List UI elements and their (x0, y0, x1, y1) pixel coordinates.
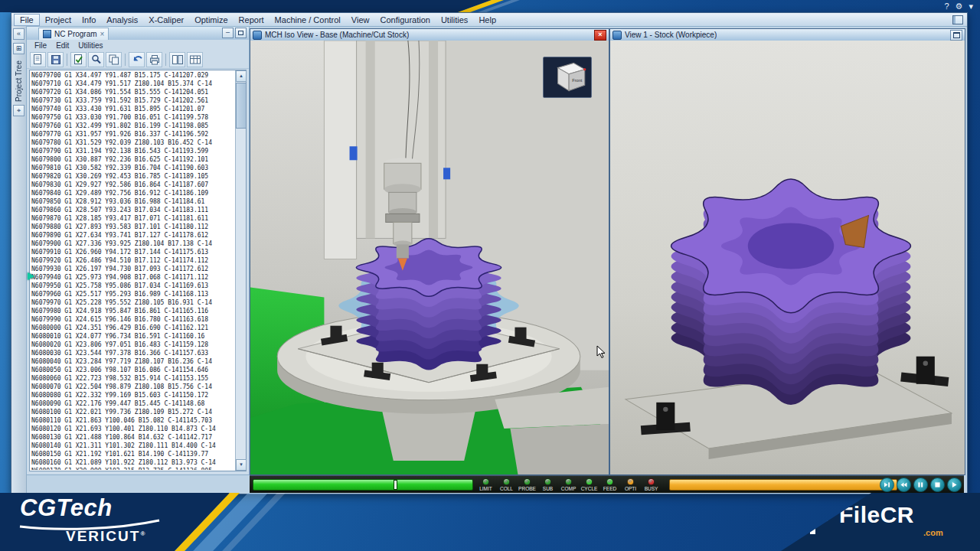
nc-line[interactable]: N6079840 G1 X29.489 Y92.756 B16.912 C-14… (31, 189, 235, 197)
nc-line[interactable]: N6079850 G1 X28.912 Y93.036 B16.988 C-14… (31, 197, 235, 206)
nc-line[interactable]: N6079700 G1 X34.497 Y91.487 B15.175 C-14… (31, 71, 235, 80)
step-button[interactable] (880, 478, 894, 492)
open-icon[interactable] (30, 52, 46, 67)
menu-view[interactable]: View (346, 15, 375, 25)
tree-icon[interactable]: ⊞ (13, 43, 24, 54)
nc-line[interactable]: N6080000 G1 X24.351 Y96.429 B16.690 C-14… (31, 324, 235, 332)
nc-line[interactable]: N6079860 G1 X28.507 Y93.243 B17.034 C-14… (31, 206, 235, 214)
dropdown-caret-icon[interactable]: ▾ (969, 1, 973, 11)
menu-configuration[interactable]: Configuration (374, 15, 435, 25)
nc-line[interactable]: N6080160 G1 X21.089 Y101.922 Z180.112 B1… (31, 458, 235, 467)
nc-line[interactable]: N6079930 G1 X26.197 Y94.730 B17.093 C-14… (31, 265, 235, 273)
progress-marker[interactable] (394, 480, 397, 490)
menu-help[interactable]: Help (473, 15, 501, 25)
nc-line[interactable]: N6079830 G1 X29.927 Y92.586 B16.864 C-14… (31, 181, 235, 189)
tab-nc-program[interactable]: NC Program × (38, 28, 109, 40)
nc-line[interactable]: N6079790 G1 X31.194 Y92.138 B16.543 C-14… (31, 147, 235, 155)
nc-line[interactable]: N6079970 G1 X25.228 Y95.552 Z180.105 B16… (31, 298, 235, 307)
scroll-up-icon[interactable]: ▲ (236, 70, 247, 82)
stock-3d-viewport[interactable] (610, 41, 965, 474)
verify-icon[interactable] (70, 52, 87, 67)
menu-analysis[interactable]: Analysis (101, 15, 143, 25)
nc-line[interactable]: N6079910 G1 X26.960 Y94.172 B17.144 C-14… (31, 248, 235, 256)
undo-icon[interactable] (129, 52, 145, 67)
menu-optimize[interactable]: Optimize (189, 15, 233, 25)
find-icon[interactable] (88, 52, 104, 67)
nc-line[interactable]: N6079950 G1 X25.758 Y95.086 B17.034 C-14… (31, 282, 235, 290)
nc-line[interactable]: N6079810 G1 X30.582 Y92.339 B16.704 C-14… (31, 164, 235, 172)
save-icon[interactable] (47, 52, 64, 67)
nc-line[interactable]: N6080120 G1 X21.693 Y100.401 Z180.110 B1… (31, 425, 235, 433)
nc-line[interactable]: N6079730 G1 X33.759 Y91.592 B15.729 C-14… (31, 96, 235, 105)
nc-line[interactable]: N6079880 G1 X27.893 Y93.583 B17.101 C-14… (31, 223, 235, 231)
nc-line[interactable]: N6079760 G1 X32.499 Y91.802 B16.199 C-14… (31, 122, 235, 130)
play-button[interactable] (947, 478, 962, 492)
nc-line[interactable]: N6079750 G1 X33.030 Y91.700 B16.051 C-14… (31, 113, 235, 122)
menu-machine-control[interactable]: Machine / Control (270, 15, 346, 25)
nc-line[interactable]: N6080100 G1 X22.021 Y99.736 Z180.109 B15… (31, 408, 235, 416)
nc-scrollbar[interactable]: ▲ ▼ (235, 70, 246, 471)
nc-line[interactable]: N6079870 G1 X28.185 Y93.417 B17.071 C-14… (31, 214, 235, 223)
menu-info[interactable]: Info (77, 15, 101, 25)
print-icon[interactable] (146, 52, 162, 67)
nc-line[interactable]: N6079960 G1 X25.517 Y95.293 B16.989 C-14… (31, 290, 235, 298)
copy-icon[interactable] (106, 52, 122, 67)
nc-line[interactable]: N6079770 G1 X31.957 Y91.926 B16.337 C-14… (31, 130, 235, 139)
machine-3d-viewport[interactable]: Front (250, 41, 609, 474)
nc-line[interactable]: N6079900 G1 X27.336 Y93.925 Z180.104 B17… (31, 240, 235, 248)
scroll-down-icon[interactable]: ▼ (236, 459, 247, 471)
nc-line[interactable]: N6080070 G1 X22.504 Y98.879 Z180.108 B15… (31, 383, 235, 391)
stock-view-maximize-button[interactable] (950, 30, 962, 41)
nc-line[interactable]: N6079800 G1 X30.887 Y92.236 B16.625 C-14… (31, 155, 235, 164)
stop-button[interactable] (930, 478, 945, 492)
orientation-cube[interactable]: Front (543, 57, 592, 98)
nc-line[interactable]: N6080090 G1 X22.176 Y99.447 B15.445 C-14… (31, 399, 235, 408)
menu-utilities[interactable]: Utilities (436, 15, 473, 25)
split-icon[interactable] (169, 52, 185, 67)
nc-line[interactable]: N6079980 G1 X24.918 Y95.847 B16.861 C-14… (31, 307, 235, 315)
nc-menu-file[interactable]: File (31, 41, 51, 50)
nc-line[interactable]: N6080030 G1 X23.544 Y97.378 B16.366 C-14… (31, 349, 235, 357)
nc-line[interactable]: N6079740 G1 X33.430 Y91.631 B15.895 C-14… (31, 105, 235, 113)
machine-view-titlebar[interactable]: MCH Iso View - Base (Machine/Cut Stock) … (250, 29, 609, 41)
nc-line[interactable]: N6080010 G1 X24.077 Y96.734 B16.591 C-14… (31, 332, 235, 341)
menu-project[interactable]: Project (40, 15, 77, 25)
machine-view-close-button[interactable]: × (594, 30, 606, 41)
menu-x-caliper[interactable]: X-Caliper (143, 15, 189, 25)
scroll-thumb[interactable] (236, 83, 247, 129)
menu-file[interactable]: File (14, 14, 40, 26)
nc-line[interactable]: N6079890 G1 X27.634 Y93.741 B17.127 C-14… (31, 231, 235, 240)
nc-line[interactable]: N6079940 G1 X25.973 Y94.908 B17.068 C-14… (31, 273, 235, 282)
nc-line[interactable]: N6079920 G1 X26.486 Y94.510 B17.112 C-14… (31, 256, 235, 265)
nc-line[interactable]: N6079720 G1 X34.086 Y91.554 B15.555 C-14… (31, 88, 235, 96)
nc-line[interactable]: N6080020 G1 X23.806 Y97.051 B16.483 C-14… (31, 341, 235, 349)
settings-gear-icon[interactable]: ⚙ (956, 1, 963, 11)
nc-line[interactable]: N6079990 G1 X24.615 Y96.146 B16.780 C-14… (31, 315, 235, 324)
rewind-button[interactable] (897, 478, 911, 492)
nc-line[interactable]: N6079780 G1 X31.529 Y92.039 Z180.103 B16… (31, 139, 235, 147)
nc-menu-edit[interactable]: Edit (52, 41, 73, 50)
nc-line[interactable]: N6079820 G1 X30.269 Y92.453 B16.785 C-14… (31, 172, 235, 181)
nc-line[interactable]: N6080140 G1 X21.311 Y101.302 Z180.111 B1… (31, 442, 235, 450)
nc-line[interactable]: N6080080 G1 X22.332 Y99.169 B15.603 C-14… (31, 391, 235, 399)
nc-line[interactable]: N6080130 G1 X21.488 Y100.864 B14.632 C-1… (31, 433, 235, 442)
nc-line[interactable]: N6080050 G1 X23.006 Y98.107 B16.086 C-14… (31, 366, 235, 374)
project-tree-label[interactable]: Project Tree (15, 60, 23, 102)
nc-line[interactable]: N6080170 G1 X20.990 Y102.215 B13.735 C-1… (31, 467, 235, 470)
panel-minimize-button[interactable]: – (222, 28, 234, 38)
nc-line[interactable]: N6080060 G1 X22.723 Y98.532 B15.914 C-14… (31, 374, 235, 383)
nc-line[interactable]: N6080110 G1 X21.863 Y100.046 B15.082 C-1… (31, 416, 235, 425)
menu-report[interactable]: Report (234, 15, 270, 25)
pause-button[interactable] (913, 478, 928, 492)
help-icon[interactable]: ? (944, 1, 949, 11)
nc-line[interactable]: N6079710 G1 X34.479 Y91.517 Z180.104 B15… (31, 80, 235, 88)
table-icon[interactable] (187, 52, 203, 67)
stock-view-titlebar[interactable]: View 1 - Stock (Workpiece) (610, 29, 965, 41)
collapse-icon[interactable]: « (13, 28, 24, 40)
pin-icon[interactable]: ⌖ (13, 105, 24, 116)
nc-line[interactable]: N6080040 G1 X23.284 Y97.719 Z180.107 B16… (31, 357, 235, 366)
nc-line[interactable]: N6080150 G1 X21.192 Y101.621 B14.190 C-1… (31, 450, 235, 458)
tab-close-icon[interactable]: × (100, 31, 105, 38)
panel-layout-icon[interactable] (952, 15, 963, 24)
panel-restore-button[interactable] (235, 28, 247, 38)
